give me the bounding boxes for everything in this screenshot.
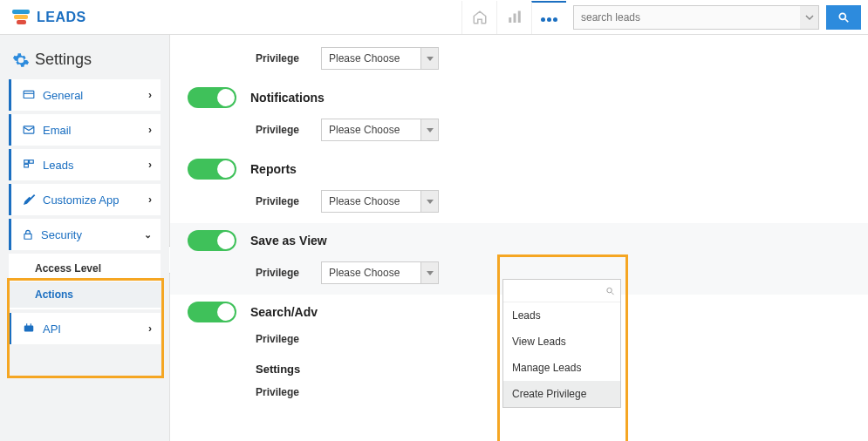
sidebar-title: Settings (9, 42, 161, 79)
home-icon (472, 10, 488, 25)
section-title: Search/Adv (250, 305, 318, 319)
sidebar-item-general[interactable]: General › (9, 79, 161, 111)
sidebar-item-api[interactable]: API › (9, 313, 161, 344)
lock-icon (22, 227, 34, 241)
triangle-down-icon (427, 200, 434, 204)
sidebar-title-text: Settings (35, 51, 92, 69)
chevron-right-icon: › (148, 322, 152, 335)
section-top-privilege-only: Privilege Please Choose (170, 35, 868, 80)
dropdown-search-input[interactable] (509, 285, 605, 297)
privilege-label: Privilege (256, 333, 304, 345)
search-button[interactable] (826, 5, 861, 30)
dropdown-toggle[interactable] (421, 190, 439, 213)
dropdown-option[interactable]: Manage Leads (503, 355, 620, 381)
chevron-right-icon: › (148, 193, 152, 206)
svg-point-3 (839, 13, 845, 19)
toggle-save-as-view[interactable] (188, 230, 236, 251)
sidebar-item-label: Customize App (43, 193, 119, 207)
dots-icon (540, 11, 558, 24)
search-icon (605, 286, 615, 296)
toggle-reports[interactable] (188, 159, 236, 180)
privilege-label: Privilege (256, 124, 304, 136)
svg-rect-8 (24, 160, 29, 164)
privilege-label: Privilege (256, 386, 304, 398)
triangle-down-icon (427, 57, 434, 61)
svg-rect-9 (30, 160, 34, 164)
section-title: Save as View (250, 234, 327, 248)
search-dropdown-toggle[interactable] (800, 5, 819, 30)
more-icon-button[interactable] (531, 1, 566, 34)
dropdown-option[interactable]: Leads (503, 302, 620, 329)
privilege-dropdown-open[interactable]: Please Choose (321, 261, 439, 284)
privilege-label: Privilege (256, 52, 304, 64)
sidebar-item-label: API (43, 322, 61, 336)
svg-rect-0 (509, 17, 511, 23)
dropdown-toggle[interactable] (421, 119, 439, 141)
search-input[interactable] (573, 5, 800, 30)
sidebar-item-customize[interactable]: Customize App › (9, 184, 161, 215)
sidebar-item-label: Leads (43, 159, 73, 172)
dropdown-option[interactable]: View Leads (503, 329, 620, 355)
dropdown-toggle[interactable] (421, 261, 439, 284)
sidebar-subitem-label: Actions (35, 288, 73, 301)
privilege-dropdown[interactable]: Please Choose (321, 119, 439, 141)
privilege-dropdown-popup: Leads View Leads Manage Leads Create Pri… (502, 279, 621, 408)
chevron-right-icon: › (148, 89, 152, 101)
sidebar-item-label: General (43, 89, 83, 102)
chevron-right-icon: › (148, 159, 152, 171)
triangle-down-icon (427, 271, 434, 275)
dropdown-option-label: Manage Leads (512, 362, 581, 374)
customize-icon (22, 193, 36, 207)
topbar-left: LEADS (0, 10, 86, 25)
sidebar: Settings General › Email › Leads › Custo… (0, 35, 170, 441)
toggle-search-adv[interactable] (188, 302, 236, 322)
search-box (573, 5, 861, 30)
dropdown-option-label: Leads (512, 309, 541, 322)
logo-icon (12, 10, 30, 25)
sidebar-item-label: Email (43, 124, 72, 137)
section-title: Settings (256, 363, 300, 376)
privilege-dropdown[interactable]: Please Choose (321, 190, 439, 213)
section-reports: Reports Privilege Please Choose (170, 152, 868, 223)
section-title: Notifications (250, 91, 325, 105)
chart-icon-button[interactable] (496, 1, 531, 34)
sidebar-subitem-label: Access Level (35, 262, 101, 275)
sidebar-subitem-actions[interactable]: Actions (9, 282, 161, 308)
sidebar-subitem-access-level[interactable]: Access Level (9, 255, 161, 282)
svg-line-4 (845, 18, 849, 22)
sidebar-security-submenu: Access Level Actions (9, 254, 161, 309)
dropdown-value: Please Choose (321, 261, 421, 284)
svg-line-13 (612, 292, 614, 295)
privilege-dropdown[interactable]: Please Choose (321, 47, 439, 70)
svg-point-12 (607, 288, 612, 292)
topbar-right (461, 1, 861, 34)
brand-text: LEADS (37, 10, 86, 25)
dropdown-toggle[interactable] (421, 47, 439, 70)
sidebar-item-label: Security (41, 228, 82, 241)
leads-icon (22, 159, 36, 171)
dropdown-option[interactable]: Create Privilege (503, 381, 620, 407)
sidebar-item-email[interactable]: Email › (9, 114, 161, 146)
privilege-label: Privilege (256, 195, 304, 207)
dropdown-value: Please Choose (321, 47, 421, 70)
sidebar-item-security[interactable]: Security ⌄ (9, 219, 161, 250)
bar-chart-icon (507, 10, 523, 25)
section-notifications: Notifications Privilege Please Choose (170, 80, 868, 152)
search-icon (837, 11, 850, 24)
triangle-down-icon (427, 128, 434, 132)
main-panel: Privilege Please Choose Notifications Pr… (170, 35, 868, 441)
toggle-notifications[interactable] (188, 87, 236, 108)
api-icon (22, 322, 36, 335)
dropdown-search (503, 280, 620, 302)
topbar: LEADS (0, 0, 868, 35)
home-icon-button[interactable] (461, 1, 496, 34)
svg-rect-1 (513, 13, 516, 23)
chevron-right-icon: › (148, 124, 152, 136)
svg-rect-11 (24, 234, 31, 239)
svg-rect-10 (24, 164, 29, 167)
sidebar-item-leads[interactable]: Leads › (9, 149, 161, 180)
dropdown-option-label: Create Privilege (512, 388, 586, 400)
dropdown-value: Please Choose (321, 190, 421, 213)
svg-rect-5 (24, 91, 34, 98)
chevron-down-icon: ⌄ (144, 229, 152, 241)
